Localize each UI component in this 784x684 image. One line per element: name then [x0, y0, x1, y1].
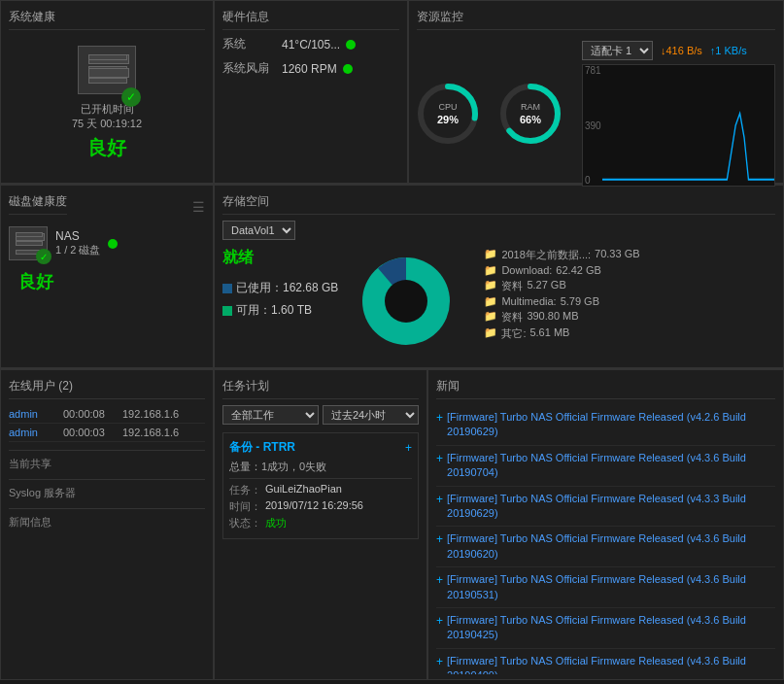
news-item-4: + [Firmware] Turbo NAS Official Firmware… [436, 567, 775, 608]
news-item-6: + [Firmware] Turbo NAS Official Firmware… [436, 649, 775, 674]
chart-y-mid: 390 [585, 120, 601, 131]
task-name-row: 任务： GuiLeiZhaoPian [229, 483, 412, 497]
news-plus-5: + [436, 614, 443, 628]
section-label-1: 当前共享 [9, 457, 205, 471]
detail-row-0: 📁 2018年之前数据...: 70.33 GB [484, 248, 775, 262]
task-add-icon[interactable]: + [405, 441, 412, 455]
disk-health-title: 磁盘健康度 [9, 193, 67, 215]
news-link-3[interactable]: [Firmware] Turbo NAS Official Firmware R… [447, 531, 775, 562]
volume-select[interactable]: DataVol1 [222, 221, 295, 240]
fan-row: 系统风扇 1260 RPM [222, 60, 399, 77]
news-link-5[interactable]: [Firmware] Turbo NAS Official Firmware R… [447, 613, 775, 643]
task-title: 备份 - RTRR [229, 439, 295, 456]
detail-name-0: 2018年之前数据...: [501, 248, 591, 262]
task-time-row: 时间： 2019/07/12 16:29:56 [229, 499, 412, 514]
speed-up: ↑1 KB/s [710, 45, 747, 56]
detail-row-5: 📁 其它: 5.61 MB [484, 326, 775, 341]
news-item-1: + [Firmware] Turbo NAS Official Firmware… [436, 446, 775, 487]
system-health-panel: 系统健康 ✓ 已开机时间 75 天 00:19:12 良好 [0, 0, 214, 184]
svg-text:RAM: RAM [521, 102, 540, 112]
news-plus-4: + [436, 573, 443, 587]
task-summary: 总量：1成功，0失败 [229, 460, 412, 474]
news-link-2[interactable]: [Firmware] Turbo NAS Official Firmware R… [447, 492, 775, 522]
task-schedule-title: 任务计划 [222, 378, 419, 399]
svg-point-9 [385, 280, 427, 323]
storage-left: 就绪 已使用：162.68 GB 可用：1.60 TB [222, 248, 338, 321]
detail-name-3: Multimedia: [501, 295, 556, 308]
temp-row: 系统 41°C/105... [222, 36, 399, 52]
news-title: 新闻 [436, 378, 775, 399]
nas-wrapper: ✓ [78, 46, 136, 102]
detail-size-3: 5.79 GB [561, 295, 599, 308]
svg-text:66%: 66% [520, 114, 541, 125]
storage-details: 📁 2018年之前数据...: 70.33 GB 📁 Download: 62.… [484, 248, 775, 343]
user-time-0: 00:00:08 [63, 408, 117, 420]
folder-icon-3: 📁 [484, 295, 497, 308]
user-ip-1: 192.168.1.6 [122, 427, 179, 438]
online-users-title: 在线用户 (2) [9, 378, 205, 399]
svg-text:29%: 29% [437, 114, 459, 125]
news-link-6[interactable]: [Firmware] Turbo NAS Official Firmware R… [447, 654, 775, 674]
health-content: ✓ 已开机时间 75 天 00:19:12 良好 [9, 36, 205, 161]
uptime-value: 75 天 00:19:12 [72, 117, 142, 131]
temp-status-dot [346, 40, 356, 50]
disk-health-panel: 磁盘健康度 ☰ ✓ NAS 1 / 2 磁盘 良好 [0, 185, 214, 368]
news-item-3: + [Firmware] Turbo NAS Official Firmware… [436, 527, 775, 567]
task-name-val: GuiLeiZhaoPian [265, 483, 342, 497]
health-status: 良好 [87, 135, 126, 161]
task-item-header: 备份 - RTRR + [229, 439, 412, 456]
detail-name-2: 资料 [501, 279, 523, 293]
available-legend: 可用：1.60 TB [222, 302, 338, 319]
user-name-0: admin [9, 408, 57, 420]
svg-text:CPU: CPU [438, 102, 457, 112]
storage-pie-chart [353, 248, 469, 364]
disk-status-dot [108, 239, 118, 249]
available-label: 可用：1.60 TB [236, 302, 312, 319]
detail-size-0: 70.33 GB [595, 248, 639, 262]
folder-icon-4: 📁 [484, 310, 497, 325]
speed-down: ↓416 B/s [661, 45, 702, 56]
news-plus-6: + [436, 655, 443, 668]
task-filter-time[interactable]: 过去24小时 [323, 405, 419, 425]
folder-icon-5: 📁 [484, 326, 497, 341]
task-name-key: 任务： [229, 483, 261, 497]
folder-icon-0: 📁 [484, 248, 497, 262]
adapter-select[interactable]: 适配卡 1 [582, 41, 653, 60]
temp-label: 系统 [222, 36, 276, 52]
disk-menu-icon[interactable]: ☰ [192, 199, 205, 215]
news-panel: 新闻 + [Firmware] Turbo NAS Official Firmw… [427, 369, 784, 680]
news-link-1[interactable]: [Firmware] Turbo NAS Official Firmware R… [447, 451, 775, 481]
news-list: + [Firmware] Turbo NAS Official Firmware… [436, 405, 775, 674]
task-filter-type[interactable]: 全部工作 [222, 405, 319, 425]
folder-icon-2: 📁 [484, 279, 497, 293]
task-item-0: 备份 - RTRR + 总量：1成功，0失败 任务： GuiLeiZhaoPia… [222, 432, 419, 539]
task-time-val: 2019/07/12 16:29:56 [265, 499, 363, 514]
disk-row: ✓ NAS 1 / 2 磁盘 [9, 226, 205, 260]
news-plus-2: + [436, 493, 443, 506]
ram-gauge-container: RAM 66% [499, 83, 562, 146]
network-chart: 781 390 0 [582, 64, 775, 187]
detail-size-2: 5.27 GB [527, 279, 565, 293]
task-time-key: 时间： [229, 499, 261, 514]
news-plus-0: + [436, 411, 443, 425]
section-divider-1: 当前共享 [9, 450, 205, 471]
news-plus-1: + [436, 452, 443, 465]
news-link-0[interactable]: [Firmware] Turbo NAS Official Firmware R… [447, 410, 775, 440]
hardware-info-panel: 硬件信息 系统 41°C/105... 系统风扇 1260 RPM [214, 0, 408, 184]
cpu-gauge-container: CPU 29% [417, 83, 480, 146]
news-link-4[interactable]: [Firmware] Turbo NAS Official Firmware R… [447, 572, 775, 602]
resource-content: CPU 29% RAM 66% [417, 36, 775, 187]
task-schedule-panel: 任务计划 全部工作 过去24小时 备份 - RTRR + 总量：1成功，0失败 … [214, 369, 427, 680]
disk-count: 1 / 2 磁盘 [55, 243, 100, 257]
disk-check-badge: ✓ [36, 249, 51, 264]
news-item-2: + [Firmware] Turbo NAS Official Firmware… [436, 487, 775, 528]
disk-health-header: 磁盘健康度 ☰ [9, 193, 205, 221]
online-users-panel: 在线用户 (2) admin 00:00:08 192.168.1.6 admi… [0, 369, 214, 680]
storage-header: DataVol1 [222, 221, 775, 240]
user-row-0: admin 00:00:08 192.168.1.6 [9, 405, 205, 424]
fan-value: 1260 RPM [282, 62, 337, 76]
used-legend: 已使用：162.68 GB [222, 280, 338, 296]
folder-icon-1: 📁 [484, 264, 497, 277]
storage-status: 就绪 [222, 248, 338, 268]
section-label-3: 新闻信息 [9, 515, 205, 530]
